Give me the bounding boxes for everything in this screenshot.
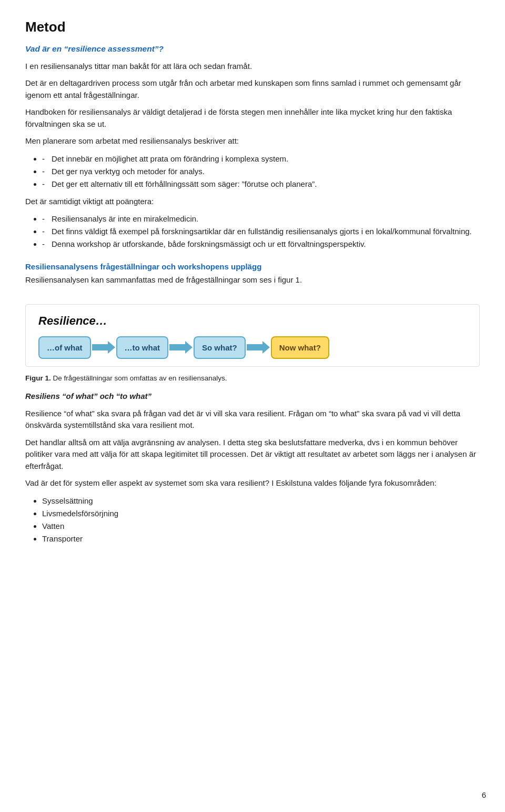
figure-caption: Figur 1. De frågeställningar som omfatta… — [25, 374, 480, 382]
section3-bullet-4: Transporter — [42, 533, 480, 545]
svg-marker-0 — [92, 341, 115, 354]
paragraph-2: Det är en deltagardriven process som utg… — [25, 77, 480, 101]
resilience-box-now-what: Now what? — [271, 336, 329, 359]
resilience-boxes: …of what …to what So what? — [38, 336, 467, 359]
dash-list-2: Resiliensanalys är inte en mirakelmedici… — [42, 213, 480, 250]
dash-list-2-item-3: Denna workshop är utforskande, både fors… — [42, 238, 480, 250]
section3-p3: Vad är det för system eller aspekt av sy… — [25, 477, 480, 489]
paragraph-1: I en resiliensanalys tittar man bakåt fö… — [25, 61, 480, 73]
section2-heading: Resiliensanalysens frågeställningar och … — [25, 262, 480, 271]
blue-subtitle: Vad är en “resilience assessment”? — [25, 43, 480, 55]
resilience-arrow-1 — [91, 340, 116, 355]
section3-bullet-list: Sysselsättning Livsmedelsförsörjning Vat… — [42, 495, 480, 545]
section3-p2: Det handlar alltså om att välja avgränsn… — [25, 437, 480, 473]
resilience-box-so-what: So what? — [194, 336, 246, 359]
dash-list-1-item-3: Det ger ett alternativ till ett förhålln… — [42, 178, 480, 191]
resilience-diagram-title: Resilience… — [38, 314, 467, 328]
blue-subtitle-text: Vad är en “resilience assessment”? — [25, 44, 164, 53]
dash-list-2-item-1: Resiliensanalys är inte en mirakelmedici… — [42, 213, 480, 225]
resilience-box-of-what: …of what — [38, 336, 91, 359]
section3-heading: Resiliens “of what” och “to what” — [25, 390, 480, 403]
figure-caption-bold: Figur 1. — [25, 374, 51, 382]
resilience-diagram: Resilience… …of what …to what So what? — [25, 304, 480, 367]
svg-marker-2 — [247, 341, 270, 354]
section3-heading-text: Resiliens “of what” och “to what” — [25, 392, 152, 400]
paragraph-4: Men planerare som arbetat med resiliensa… — [25, 135, 480, 147]
paragraph-3: Handboken för resiliensanalys är väldigt… — [25, 106, 480, 130]
paragraph-6: Resiliensanalysen kan sammanfattas med d… — [25, 274, 480, 286]
dash-list-1-item-1: Det innebär en möjlighet att prata om fö… — [42, 153, 480, 165]
dash-list-1: Det innebär en möjlighet att prata om fö… — [42, 153, 480, 191]
page-title: Metod — [25, 19, 480, 35]
resilience-arrow-2 — [168, 340, 194, 355]
resilience-box-to-what: …to what — [116, 336, 169, 359]
paragraph-5: Det är samtidigt viktigt att poängtera: — [25, 196, 480, 208]
resilience-arrow-3 — [246, 340, 271, 355]
section3-bullet-1: Sysselsättning — [42, 495, 480, 507]
dash-list-2-item-2: Det finns väldigt få exempel på forsknin… — [42, 225, 480, 238]
section3-p1: Resilience “of what” ska svara på frågan… — [25, 408, 480, 432]
section3-bullet-3: Vatten — [42, 520, 480, 533]
svg-marker-1 — [169, 341, 193, 354]
figure-caption-text: De frågeställningar som omfattas av en r… — [51, 374, 227, 382]
dash-list-1-item-2: Det ger nya verktyg och metoder för anal… — [42, 165, 480, 178]
section3-bullet-2: Livsmedelsförsörjning — [42, 507, 480, 520]
